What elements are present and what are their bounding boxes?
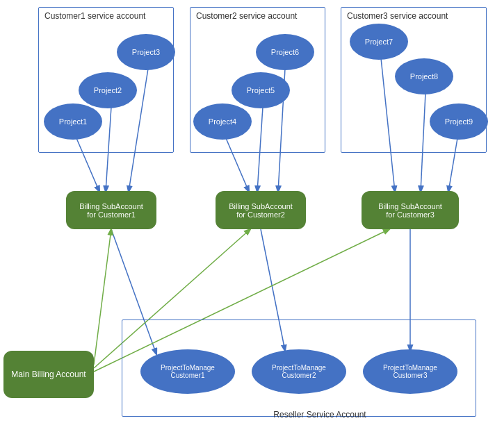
- project-3: Project3: [117, 34, 175, 70]
- project-4: Project4: [193, 103, 252, 140]
- sa3-label: Customer3 service account: [347, 11, 448, 21]
- project-to-manage-1: ProjectToManage Customer1: [140, 349, 235, 394]
- sa2-label: Customer2 service account: [196, 11, 297, 21]
- main-billing-account: Main Billing Account: [3, 351, 94, 398]
- project-6: Project6: [256, 34, 314, 70]
- project-to-manage-3: ProjectToManage Customer3: [363, 349, 457, 394]
- billing-sub-3: Billing SubAccount for Customer3: [362, 191, 459, 229]
- svg-line-12: [94, 229, 111, 365]
- billing-sub-2: Billing SubAccount for Customer2: [216, 191, 306, 229]
- diagram: Customer1 service account Customer2 serv…: [0, 0, 495, 448]
- project-1: Project1: [44, 103, 102, 140]
- reseller-label: Reseller Service Account: [229, 410, 410, 420]
- project-2: Project2: [79, 72, 137, 108]
- project-5: Project5: [232, 72, 290, 108]
- project-to-manage-2: ProjectToManage Customer2: [252, 349, 346, 394]
- billing-sub-1: Billing SubAccount for Customer1: [66, 191, 156, 229]
- sa1-label: Customer1 service account: [44, 11, 145, 21]
- project-7: Project7: [350, 24, 408, 60]
- project-9: Project9: [430, 103, 488, 140]
- project-8: Project8: [395, 58, 453, 94]
